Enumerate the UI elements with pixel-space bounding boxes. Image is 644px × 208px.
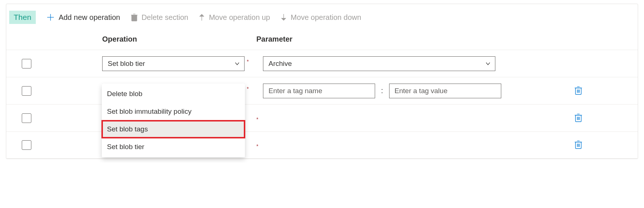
row-checkbox[interactable]: [22, 86, 31, 96]
add-new-operation-button[interactable]: Add new operation: [46, 13, 120, 22]
tag-value-input[interactable]: [389, 84, 501, 98]
delete-row-button[interactable]: [574, 85, 582, 96]
trash-icon: [574, 85, 582, 95]
table-row: *: [6, 131, 638, 159]
move-down-label: Move operation down: [291, 13, 361, 22]
dropdown-option-set-blob-tier[interactable]: Set blob tier: [102, 138, 245, 156]
arrow-down-icon: [280, 13, 287, 21]
dropdown-option-set-blob-tags[interactable]: Set blob tags: [102, 120, 245, 138]
row-checkbox[interactable]: [22, 140, 31, 150]
parameter-dropdown-value: Archive: [269, 60, 292, 68]
move-operation-down-button[interactable]: Move operation down: [280, 13, 361, 22]
table-row: *: [6, 104, 638, 131]
operation-dropdown-value: Set blob tier: [108, 60, 145, 68]
row-checkbox[interactable]: [22, 113, 31, 123]
then-label: Then: [9, 11, 36, 24]
trash-icon: [131, 13, 138, 21]
trash-icon: [574, 113, 582, 122]
table-row: Set blob tags * :: [6, 77, 638, 104]
arrow-up-icon: [198, 13, 205, 21]
colon-separator: :: [380, 87, 385, 95]
tag-name-input[interactable]: [263, 84, 375, 98]
delete-section-button[interactable]: Delete section: [131, 13, 188, 22]
then-toolbar: Then Add new operation Delete section Mo…: [6, 4, 638, 31]
required-asterisk: *: [247, 56, 249, 64]
operations-grid: Operation Parameter Set blob tier * Arch…: [6, 31, 638, 159]
move-up-label: Move operation up: [209, 13, 270, 22]
add-new-operation-label: Add new operation: [59, 13, 120, 22]
required-asterisk: *: [247, 84, 249, 92]
row-checkbox[interactable]: [22, 59, 31, 68]
chevron-down-icon: [235, 61, 240, 66]
operation-dropdown[interactable]: Set blob tier: [102, 56, 245, 71]
move-operation-up-button[interactable]: Move operation up: [198, 13, 270, 22]
chevron-down-icon: [485, 61, 491, 66]
parameter-column-header: Parameter: [256, 35, 638, 43]
grid-header-row: Operation Parameter: [6, 31, 638, 50]
delete-row-button[interactable]: [574, 113, 582, 123]
then-section-panel: Then Add new operation Delete section Mo…: [6, 4, 638, 159]
delete-section-label: Delete section: [142, 13, 188, 22]
trash-icon: [574, 140, 582, 149]
delete-row-button[interactable]: [574, 140, 582, 151]
required-asterisk: *: [256, 114, 258, 122]
parameter-dropdown[interactable]: Archive: [263, 56, 495, 71]
operation-column-header: Operation: [102, 35, 256, 43]
plus-icon: [46, 13, 55, 22]
dropdown-option-delete-blob[interactable]: Delete blob: [102, 85, 245, 103]
dropdown-option-set-blob-immutability-policy[interactable]: Set blob immutability policy: [102, 103, 245, 120]
table-row: Set blob tier * Archive: [6, 50, 638, 77]
operation-dropdown-list: Delete blob Set blob immutability policy…: [102, 84, 245, 157]
required-asterisk: *: [256, 141, 258, 149]
